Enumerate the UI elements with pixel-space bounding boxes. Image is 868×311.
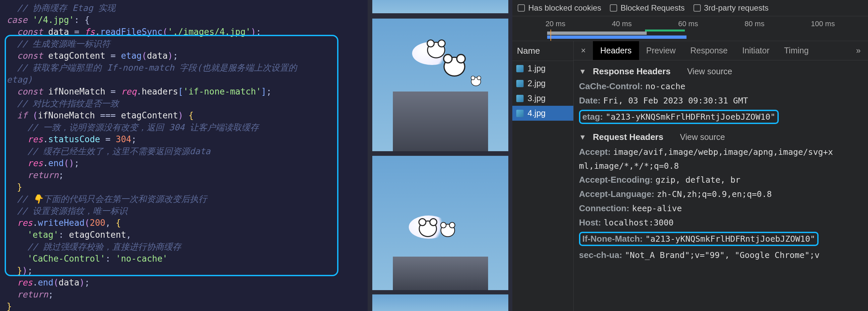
checkbox-icon[interactable] (693, 4, 701, 11)
header-key-accept-language: Accept-Language: (579, 189, 654, 199)
code-block[interactable]: // 协商缓存 Etag 实现 case '/4.jpg': { const d… (7, 2, 368, 311)
timeline-bar (645, 30, 685, 32)
request-row-4-selected[interactable]: 4.jpg (512, 106, 574, 121)
header-value: Fri, 03 Feb 2023 09:30:31 GMT (603, 96, 748, 105)
view-source-link[interactable]: View source (687, 67, 732, 76)
timeline-tick: 40 ms (612, 20, 632, 28)
tab-initiator[interactable]: Initiator (735, 41, 777, 60)
header-key-if-none-match: If-None-Match: (582, 234, 643, 244)
request-list-header[interactable]: Name (512, 41, 574, 61)
view-source-link[interactable]: View source (680, 132, 725, 142)
request-row-2[interactable]: 2.jpg (512, 76, 574, 91)
timeline-tick: 20 ms (546, 20, 565, 28)
etag-highlight-box: etag: "a213-yKNQSmkFrlHDFRntjJoebJZOW10" (579, 110, 779, 124)
image-file-icon (516, 80, 524, 87)
preview-image-4 (372, 295, 508, 311)
preview-image-1 (372, 0, 508, 13)
header-value: "a213-yKNQSmkFrlHDFRntjJoebJZOW10" (606, 112, 775, 122)
header-key-sec-ch-ua: sec-ch-ua: (579, 250, 622, 260)
timeline-marker (551, 30, 551, 41)
checkbox-icon[interactable] (518, 4, 525, 11)
header-key-accept: Accept: (579, 147, 611, 157)
request-row-1[interactable]: 1.jpg (512, 61, 574, 76)
request-row-3[interactable]: 3.jpg (512, 91, 574, 106)
timeline-tick: 60 ms (678, 20, 698, 28)
if-none-match-highlight-box: If-None-Match: "a213-yKNQSmkFrlHDFRntjJo… (579, 232, 818, 246)
devtools-pane: Has blocked cookies Blocked Requests 3rd… (512, 0, 868, 311)
tab-headers[interactable]: Headers (593, 41, 639, 60)
header-value: gzip, deflate, br (655, 175, 740, 185)
header-key-etag: etag: (582, 112, 603, 122)
request-details: × Headers Preview Response Initiator Tim… (574, 41, 868, 311)
filter-third-party-requests[interactable]: 3rd-party requests (693, 3, 769, 12)
timeline-tick: 100 ms (811, 20, 835, 28)
timeline-bar (547, 32, 647, 35)
timeline-bar (547, 35, 686, 39)
header-value: no-cache (645, 81, 685, 91)
header-key-host: Host: (579, 217, 601, 228)
network-timeline[interactable]: 20 ms 40 ms 60 ms 80 ms 100 ms (512, 16, 868, 41)
checkbox-icon[interactable] (610, 4, 617, 11)
header-value-cont: ml,image/*,*/*;q=0.8 (579, 161, 679, 171)
disclosure-triangle-icon[interactable]: ▼ (579, 67, 586, 76)
network-filters: Has blocked cookies Blocked Requests 3rd… (512, 0, 868, 16)
image-file-icon (516, 95, 524, 102)
header-key-cache-control: CaChe-Control: (579, 81, 643, 92)
tab-timing[interactable]: Timing (777, 41, 816, 60)
image-file-icon (516, 110, 524, 117)
tab-preview[interactable]: Preview (639, 41, 683, 60)
header-value: zh-CN,zh;q=0.9,en;q=0.8 (657, 189, 772, 199)
request-list: Name 1.jpg 2.jpg 3.jpg 4.jpg (512, 41, 574, 311)
filter-blocked-requests[interactable]: Blocked Requests (610, 3, 684, 12)
timeline-tick: 80 ms (745, 20, 765, 28)
tab-response[interactable]: Response (683, 41, 735, 60)
disclosure-triangle-icon[interactable]: ▼ (579, 133, 586, 142)
request-headers-group[interactable]: ▼ Request Headers View source (579, 129, 863, 145)
header-value: "Not_A Brand";v="99", "Google Chrome";v (625, 250, 819, 260)
code-line-comment: // 协商缓存 Etag 实现 (7, 3, 116, 13)
header-value: localhost:3000 (603, 218, 674, 228)
response-headers-group[interactable]: ▼ Response Headers View source (579, 64, 863, 79)
code-editor-pane[interactable]: // 协商缓存 Etag 实现 case '/4.jpg': { const d… (0, 0, 368, 311)
browser-preview-pane[interactable] (368, 0, 512, 311)
preview-image-3 (372, 156, 508, 290)
header-key-date: Date: (579, 96, 600, 106)
tabs-overflow-icon[interactable]: » (849, 41, 868, 60)
header-value: image/avif,image/webp,image/apng,image/s… (613, 147, 833, 157)
close-details-button[interactable]: × (574, 46, 593, 56)
header-value: keep-alive (632, 204, 682, 213)
preview-image-2 (372, 19, 508, 151)
header-key-accept-encoding: Accept-Encoding: (579, 175, 653, 185)
filter-blocked-cookies[interactable]: Has blocked cookies (518, 3, 601, 12)
header-key-connection: Connection: (579, 203, 629, 213)
header-value: "a213-yKNQSmkFrlHDFRntjJoebJZOW10" (645, 234, 815, 244)
image-file-icon (516, 65, 524, 72)
details-tabs: × Headers Preview Response Initiator Tim… (574, 41, 868, 60)
